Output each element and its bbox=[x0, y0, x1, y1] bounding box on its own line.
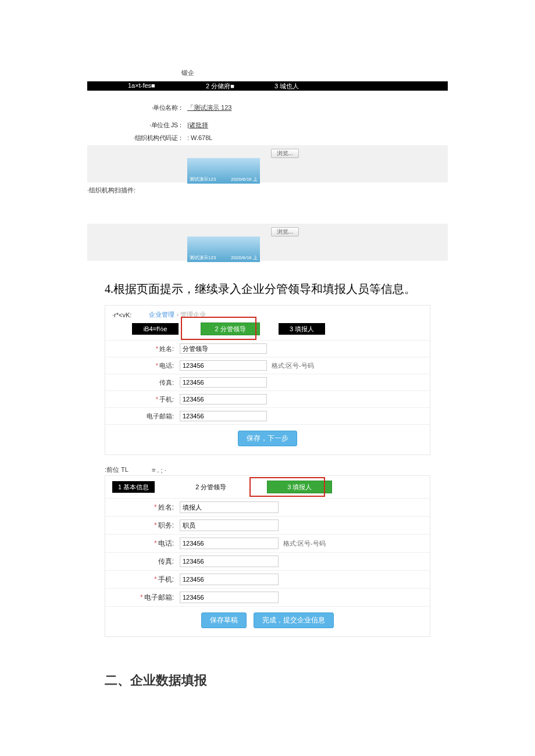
heading-section-2: 二、企业数据填报 bbox=[105, 672, 430, 689]
scan-label: ·组织机构扫描件: bbox=[87, 186, 448, 195]
p1-name-label: 姓名: bbox=[159, 345, 174, 352]
p2-fax-label: 传真: bbox=[158, 557, 174, 565]
upload-thumb-1[interactable]: 测试演示123 2020/6/16 上 bbox=[187, 158, 260, 184]
upload-area-1: 浏览... 测试演示123 2020/6/16 上 bbox=[87, 145, 448, 182]
upload-area-2: 浏览... 测试演示123 2020/6/16 上 bbox=[87, 224, 448, 261]
p2-email-input[interactable] bbox=[180, 592, 279, 603]
breadcrumb-a[interactable]: 企业管理 bbox=[149, 311, 174, 318]
tab-basic-2[interactable]: 1 基本信息 bbox=[112, 481, 155, 493]
upload-thumb-2[interactable]: 测试演示123 2020/6/16 上 bbox=[187, 237, 260, 262]
form-a: ·单位名称： 「测试演示 123 ·单位住 JS： |诸批择 ·组织机构代码证：… bbox=[87, 96, 448, 144]
p2-tel-hint: 格式:区号-号码 bbox=[283, 539, 326, 548]
p1-tel-hint: 格式:区号-号码 bbox=[272, 361, 314, 370]
p2-tel-label: 电话: bbox=[158, 539, 174, 547]
p2-mob-label: 手机: bbox=[158, 575, 174, 583]
unit-addr-value: |诸批择 bbox=[187, 121, 208, 130]
breadcrumb-b: 管理企业 bbox=[180, 311, 206, 318]
thumb2-right: 2020/6/16 上 bbox=[231, 255, 258, 261]
save-draft-button[interactable]: 保存草稿 bbox=[201, 612, 247, 628]
top-caption: 锻企 bbox=[181, 69, 194, 77]
p1-email-input[interactable] bbox=[180, 411, 267, 421]
tab-leader-2[interactable]: 2 分管领导 bbox=[190, 481, 232, 493]
panel-reporter: 1 基本信息 2 分管领导 3 填报人 *姓名: *职务: *电话: 格式:区号… bbox=[105, 475, 430, 637]
mid-head-mid: = . ; · bbox=[152, 467, 166, 474]
save-next-button[interactable]: 保存，下一步 bbox=[238, 431, 297, 446]
p2-email-label: 电子邮箱: bbox=[144, 593, 174, 601]
unit-name-value: 「测试演示 123 bbox=[187, 103, 231, 112]
tab-reporter-1[interactable]: 3 填报人 bbox=[279, 323, 325, 335]
breadcrumb-sep: › bbox=[176, 311, 179, 318]
top-black-bar: 1a×t-fes■ 2 分储府■ 3 城也人 bbox=[87, 81, 448, 91]
org-code-value: : W.678L bbox=[187, 134, 212, 141]
p1-name-input[interactable] bbox=[180, 343, 267, 354]
org-code-label: ·组织机构代码证： bbox=[87, 134, 187, 142]
submit-button[interactable]: 完成，提交企业信息 bbox=[254, 612, 334, 628]
thumb1-left: 测试演示123 bbox=[190, 176, 216, 182]
tab-reporter-2[interactable]: 3 填报人 bbox=[267, 481, 332, 493]
panel-leader: ·r*<vK: 企业管理 › 管理企业 iB4=f½e 2 分管领导 3 填报人… bbox=[105, 305, 430, 455]
p1-tel-label: 电话: bbox=[159, 362, 174, 369]
panel1-head-left: ·r*<vK: bbox=[112, 311, 131, 318]
p1-mob-label: 手机: bbox=[159, 396, 174, 403]
browse-button-2[interactable]: 浏览... bbox=[271, 227, 299, 237]
unit-addr-label: ·单位住 JS： bbox=[87, 121, 187, 130]
tab-leader[interactable]: 2 分管领导 bbox=[201, 323, 260, 335]
p2-job-label: 职务: bbox=[158, 521, 174, 529]
bar1-step1: 1a×t-fes■ bbox=[128, 82, 155, 89]
tab-basic-1[interactable]: iB4=f½e bbox=[132, 323, 179, 335]
p1-mob-input[interactable] bbox=[180, 394, 267, 404]
p1-email-label: 电子邮箱: bbox=[147, 413, 174, 420]
thumb2-left: 测试演示123 bbox=[190, 255, 216, 261]
bar1-step3: 3 城也人 bbox=[274, 82, 299, 91]
instruction-text: 4.根据页面提示，继续录入企业分管领导和填报人员等信息。 bbox=[105, 276, 430, 302]
p1-fax-input[interactable] bbox=[180, 377, 267, 388]
p2-mob-input[interactable] bbox=[180, 574, 279, 585]
p1-tel-input[interactable] bbox=[180, 360, 267, 371]
p2-name-label: 姓名: bbox=[158, 503, 174, 511]
p1-fax-label: 传真: bbox=[159, 379, 174, 386]
p2-tel-input[interactable] bbox=[180, 538, 279, 549]
p2-job-input[interactable] bbox=[180, 519, 279, 531]
unit-name-label: ·单位名称： bbox=[87, 103, 187, 112]
bar1-step2: 2 分储府■ bbox=[206, 82, 234, 91]
p2-fax-input[interactable] bbox=[180, 556, 279, 567]
p2-name-input[interactable] bbox=[180, 501, 279, 513]
mid-head-left: :前位 TL bbox=[105, 465, 129, 474]
browse-button-1[interactable]: 浏览... bbox=[271, 149, 299, 158]
thumb1-right: 2020/6/16 上 bbox=[231, 176, 258, 182]
